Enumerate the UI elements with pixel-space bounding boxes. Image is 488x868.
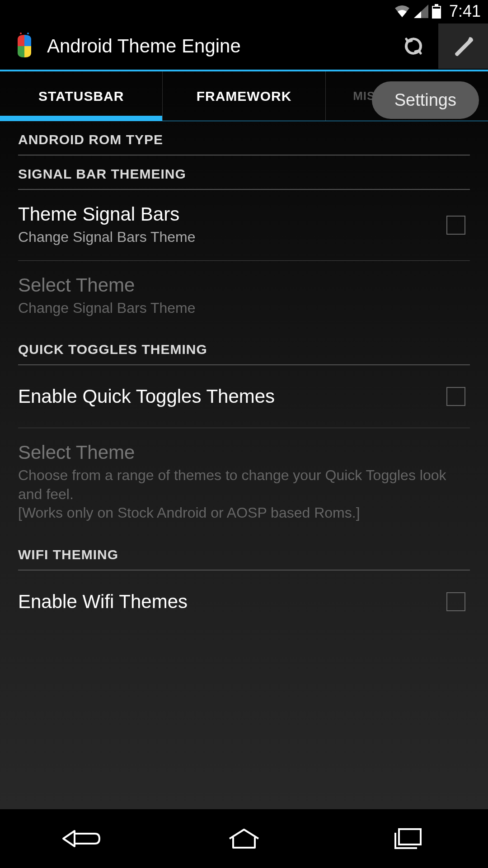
app-title: Android Theme Engine — [47, 35, 389, 57]
item-select-theme-toggles[interactable]: Select Theme Choose from a range of them… — [9, 428, 479, 536]
action-bar: Android Theme Engine — [0, 23, 488, 71]
back-icon — [61, 827, 102, 850]
wrench-icon — [450, 33, 476, 59]
item-title: Select Theme — [18, 274, 470, 296]
checkbox[interactable] — [446, 216, 465, 235]
item-enable-quick-toggles[interactable]: Enable Quick Toggles Themes — [9, 365, 479, 428]
home-icon — [226, 827, 262, 850]
status-time: 7:41 — [449, 2, 481, 21]
app-icon — [11, 33, 38, 60]
recent-icon — [391, 827, 422, 850]
tab-statusbar-label: STATUSBAR — [38, 89, 124, 104]
svg-rect-5 — [399, 829, 421, 844]
section-rom-type: ANDROID ROM TYPE — [9, 121, 479, 155]
item-title: Enable Wifi Themes — [18, 591, 437, 613]
settings-tooltip: Settings — [372, 81, 479, 119]
checkbox[interactable] — [446, 387, 465, 406]
item-title: Enable Quick Toggles Themes — [18, 386, 437, 407]
section-signal-bar: SIGNAL BAR THEMEING — [9, 156, 479, 189]
svg-point-4 — [27, 33, 29, 34]
settings-button[interactable] — [438, 24, 488, 69]
home-button[interactable] — [217, 825, 271, 852]
back-button[interactable] — [54, 825, 108, 852]
item-select-theme-signal[interactable]: Select Theme Change Signal Bars Theme — [9, 261, 479, 331]
refresh-button[interactable] — [389, 24, 438, 69]
refresh-icon — [403, 35, 424, 57]
wifi-icon — [394, 5, 410, 18]
signal-icon — [414, 5, 428, 18]
tab-framework-label: FRAMEWORK — [197, 89, 292, 104]
battery-icon — [432, 4, 441, 19]
svg-point-3 — [20, 33, 22, 34]
navigation-bar — [0, 809, 488, 868]
item-theme-signal-bars[interactable]: Theme Signal Bars Change Signal Bars The… — [9, 190, 479, 260]
item-subtitle: Change Signal Bars Theme — [18, 299, 470, 318]
checkbox[interactable] — [446, 592, 465, 611]
item-title: Theme Signal Bars — [18, 203, 437, 225]
svg-rect-0 — [435, 4, 438, 6]
section-quick-toggles: QUICK TOGGLES THEMING — [9, 331, 479, 364]
status-bar: 7:41 — [0, 0, 488, 23]
tab-statusbar[interactable]: STATUSBAR — [0, 71, 162, 121]
recent-apps-button[interactable] — [380, 825, 434, 852]
tab-framework[interactable]: FRAMEWORK — [162, 71, 325, 121]
item-title: Select Theme — [18, 442, 470, 463]
item-subtitle: Choose from a range of themes to change … — [18, 466, 470, 523]
item-subtitle: Change Signal Bars Theme — [18, 228, 437, 247]
content: ANDROID ROM TYPE SIGNAL BAR THEMEING The… — [0, 121, 488, 633]
svg-rect-2 — [433, 7, 440, 9]
status-icons: 7:41 — [394, 2, 481, 21]
item-enable-wifi[interactable]: Enable Wifi Themes — [9, 571, 479, 633]
section-wifi: WIFI THEMING — [9, 536, 479, 570]
